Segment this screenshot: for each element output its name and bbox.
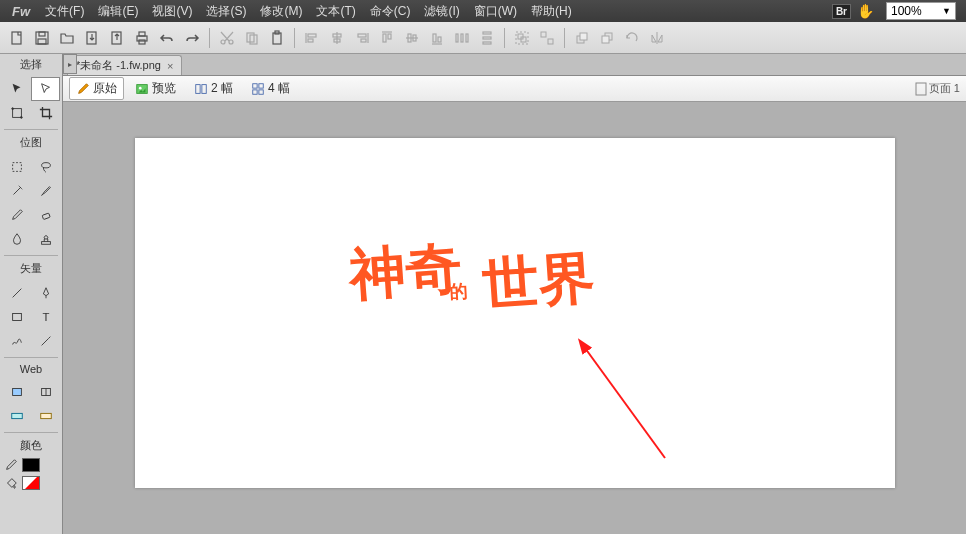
document-tab[interactable]: *未命名 -1.fw.png ×	[67, 55, 182, 75]
new-button[interactable]	[6, 27, 28, 49]
menu-text[interactable]: 文本(T)	[309, 0, 362, 22]
blur-tool[interactable]	[2, 227, 31, 251]
crop-tool[interactable]	[31, 101, 60, 125]
colors-section-label: 颜色	[0, 435, 62, 456]
open-button[interactable]	[56, 27, 78, 49]
zoom-level-dropdown[interactable]: 100% ▼	[886, 2, 956, 20]
stroke-color-swatch[interactable]	[22, 458, 40, 472]
toolbar-separator	[504, 28, 505, 48]
text-tool[interactable]: T	[31, 305, 60, 329]
menu-help[interactable]: 帮助(H)	[524, 0, 579, 22]
rotate-button	[621, 27, 643, 49]
bridge-button[interactable]: Br	[832, 4, 851, 19]
svg-rect-33	[433, 34, 436, 42]
canvas-text-2[interactable]: 的	[449, 280, 468, 305]
freeform-tool[interactable]	[2, 329, 31, 353]
knife-tool[interactable]	[31, 329, 60, 353]
panel-separator	[4, 129, 58, 130]
view-original-button[interactable]: 原始	[69, 77, 124, 100]
canvas[interactable]: 神奇 的 世界	[135, 138, 895, 488]
scale-tool[interactable]	[2, 101, 31, 125]
tools-panel: 选择 位图 矢量 T Web 颜色	[0, 54, 63, 534]
svg-rect-57	[41, 242, 50, 245]
marquee-tool[interactable]	[2, 155, 31, 179]
canvas-viewport[interactable]: 神奇 的 世界	[63, 102, 966, 534]
show-slices-tool[interactable]	[31, 404, 60, 428]
subselect-tool[interactable]	[31, 77, 60, 101]
wand-tool[interactable]	[2, 179, 31, 203]
svg-point-67	[139, 86, 142, 89]
svg-point-55	[41, 163, 50, 168]
menu-select[interactable]: 选择(S)	[199, 0, 253, 22]
two-up-icon	[194, 82, 208, 96]
stroke-color-row[interactable]	[0, 456, 62, 474]
svg-rect-71	[259, 83, 263, 87]
back-button	[596, 27, 618, 49]
svg-rect-56	[42, 213, 50, 220]
save-button[interactable]	[31, 27, 53, 49]
svg-rect-74	[916, 83, 926, 95]
svg-rect-36	[461, 34, 463, 42]
hide-slices-tool[interactable]	[2, 404, 31, 428]
import-button[interactable]	[81, 27, 103, 49]
canvas-text-3[interactable]: 世界	[480, 240, 597, 324]
svg-rect-27	[383, 34, 386, 42]
svg-rect-28	[388, 34, 391, 39]
view-bar: 原始 预览 2 幅 4 幅 页面 1	[63, 76, 966, 102]
menu-modify[interactable]: 修改(M)	[253, 0, 309, 22]
paste-button[interactable]	[266, 27, 288, 49]
line-tool[interactable]	[2, 281, 31, 305]
stamp-tool[interactable]	[31, 227, 60, 251]
menu-window[interactable]: 窗口(W)	[467, 0, 524, 22]
fill-color-row[interactable]	[0, 474, 62, 492]
rectangle-tool[interactable]	[2, 305, 31, 329]
undo-button[interactable]	[156, 27, 178, 49]
slice-tool[interactable]	[31, 380, 60, 404]
svg-rect-39	[483, 37, 491, 39]
menu-command[interactable]: 命令(C)	[363, 0, 418, 22]
svg-rect-49	[602, 36, 609, 43]
svg-point-53	[20, 117, 22, 119]
menu-bar: Fw 文件(F) 编辑(E) 视图(V) 选择(S) 修改(M) 文本(T) 命…	[0, 0, 966, 22]
svg-rect-4	[39, 32, 45, 36]
bucket-icon	[4, 476, 18, 490]
menu-view[interactable]: 视图(V)	[145, 0, 199, 22]
view-preview-button[interactable]: 预览	[128, 77, 183, 100]
svg-rect-38	[483, 32, 491, 34]
pencil-tool[interactable]	[2, 203, 31, 227]
pointer-tool[interactable]	[2, 77, 31, 101]
print-button[interactable]	[131, 27, 153, 49]
svg-line-75	[585, 348, 665, 458]
fill-color-swatch[interactable]	[22, 476, 40, 490]
toolbar-separator	[209, 28, 210, 48]
redo-button[interactable]	[181, 27, 203, 49]
panel-separator	[4, 255, 58, 256]
menu-edit[interactable]: 编辑(E)	[91, 0, 145, 22]
svg-rect-40	[483, 42, 491, 44]
view-2up-button[interactable]: 2 幅	[187, 77, 240, 100]
svg-rect-68	[196, 84, 200, 93]
svg-rect-61	[12, 389, 21, 396]
menu-file[interactable]: 文件(F)	[38, 0, 91, 22]
menu-filter[interactable]: 滤镜(I)	[417, 0, 466, 22]
export-button[interactable]	[106, 27, 128, 49]
document-tab-name: *未命名 -1.fw.png	[76, 58, 161, 73]
view-4up-button[interactable]: 4 幅	[244, 77, 297, 100]
brush-tool[interactable]	[31, 179, 60, 203]
canvas-text-1[interactable]: 神奇	[347, 230, 464, 314]
align-top-button	[376, 27, 398, 49]
close-tab-icon[interactable]: ×	[167, 60, 173, 72]
lasso-tool[interactable]	[31, 155, 60, 179]
eraser-tool[interactable]	[31, 203, 60, 227]
pen-tool[interactable]	[31, 281, 60, 305]
svg-rect-24	[358, 34, 366, 37]
pencil-icon	[4, 458, 18, 472]
document-area: ▸ *未命名 -1.fw.png × 原始 预览 2 幅 4 幅 页面 1	[63, 54, 966, 534]
hand-tool-icon[interactable]: ✋	[857, 3, 874, 19]
image-icon	[135, 82, 149, 96]
page-indicator[interactable]: 页面 1	[915, 81, 960, 96]
hotspot-tool[interactable]	[2, 380, 31, 404]
svg-rect-19	[308, 39, 313, 42]
panel-expand-handle[interactable]: ▸	[63, 54, 77, 74]
distribute-v-button	[476, 27, 498, 49]
